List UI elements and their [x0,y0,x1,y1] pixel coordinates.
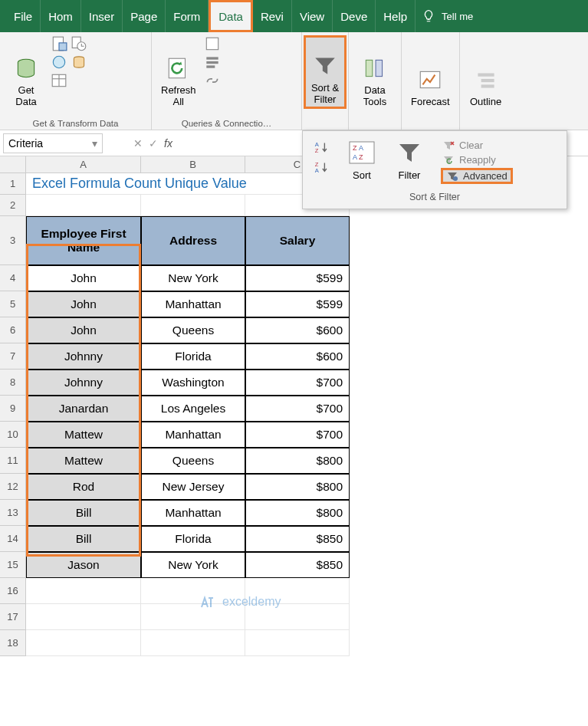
properties-icon[interactable] [204,54,221,71]
table-cell-address[interactable]: Washington [141,370,245,396]
cancel-icon[interactable]: ✕ [133,137,143,149]
get-data-button[interactable]: Get Data [5,35,48,109]
table-cell-address[interactable]: Florida [141,526,245,552]
row-header[interactable]: 11 [0,448,26,474]
select-all-corner[interactable] [0,156,26,173]
row-header[interactable]: 2 [0,195,26,216]
table-cell-salary[interactable]: $700 [245,370,350,396]
table-cell-address[interactable]: Manhattan [141,500,245,526]
from-text-icon[interactable] [51,35,67,52]
row-header[interactable]: 7 [0,343,26,370]
recent-sources-icon[interactable] [71,35,87,52]
table-cell-address[interactable]: New Jersey [141,474,245,500]
tab-data[interactable]: Data [209,0,253,32]
row-header[interactable]: 9 [0,396,26,422]
sort-filter-button[interactable]: Sort & Filter [304,35,347,109]
row-header[interactable]: 8 [0,370,26,396]
row-header[interactable]: 17 [0,604,26,630]
table-cell-salary[interactable]: $600 [245,343,350,370]
existing-connections-icon[interactable] [71,54,87,71]
table-cell-salary[interactable]: $599 [245,265,350,291]
table-cell-salary[interactable]: $599 [245,291,350,317]
row-header[interactable]: 12 [0,474,26,500]
data-tools-button[interactable]: Data Tools [353,35,396,109]
forecast-button[interactable]: Forecast [406,35,455,109]
table-cell-name[interactable]: John [26,317,141,343]
tab-help[interactable]: Help [376,0,416,32]
tab-review[interactable]: Revi [253,0,292,32]
tell-me[interactable]: Tell me [422,9,473,23]
cell[interactable] [26,604,141,630]
table-cell-address[interactable]: Manhattan [141,422,245,448]
table-cell-name[interactable]: John [26,265,141,291]
cell[interactable] [141,630,245,656]
table-cell-salary[interactable]: $800 [245,448,350,474]
tab-home[interactable]: Hom [41,0,81,32]
table-cell-address[interactable]: New York [141,265,245,291]
outline-button[interactable]: Outline [465,35,508,109]
table-cell-address[interactable]: Queens [141,448,245,474]
fx-icon[interactable]: fx [164,137,172,149]
table-cell-name[interactable]: Johnny [26,370,141,396]
table-cell-name[interactable]: John [26,291,141,317]
enter-icon[interactable]: ✓ [149,137,158,149]
table-cell-name[interactable]: Jason [26,552,141,578]
tab-page[interactable]: Page [123,0,166,32]
table-cell-salary[interactable]: $700 [245,422,350,448]
table-cell-address[interactable]: Los Angeles [141,396,245,422]
row-header[interactable]: 6 [0,317,26,343]
advanced-button[interactable]: Advanced [441,168,513,184]
table-cell-salary[interactable]: $700 [245,396,350,422]
table-cell-name[interactable]: Bill [26,526,141,552]
table-cell-address[interactable]: Queens [141,317,245,343]
name-box[interactable]: Criteria ▾ [3,133,103,153]
edit-links-icon[interactable] [204,72,221,89]
reapply-button[interactable]: Reapply [441,153,513,166]
cell[interactable] [26,630,141,656]
table-cell-name[interactable]: Rod [26,474,141,500]
table-cell-salary[interactable]: $800 [245,500,350,526]
cell[interactable] [245,630,350,656]
table-cell-name[interactable]: Bill [26,500,141,526]
table-cell-name[interactable]: Mattew [26,448,141,474]
col-header-a[interactable]: A [26,156,141,173]
cell[interactable] [141,195,245,216]
clear-button[interactable]: Clear [441,139,513,152]
cell[interactable] [26,195,141,216]
table-cell-address[interactable]: New York [141,552,245,578]
row-header[interactable]: 4 [0,265,26,291]
row-header[interactable]: 10 [0,422,26,448]
queries-icon[interactable] [204,35,221,52]
row-header[interactable]: 16 [0,578,26,604]
row-header[interactable]: 3 [0,216,26,265]
table-cell-salary[interactable]: $850 [245,526,350,552]
row-header[interactable]: 15 [0,552,26,578]
tab-formulas[interactable]: Form [166,0,209,32]
tab-view[interactable]: View [292,0,333,32]
tab-insert[interactable]: Inser [81,0,123,32]
sort-za-icon[interactable]: ZA [314,159,330,176]
filter-button[interactable]: Filter [393,139,425,181]
tab-developer[interactable]: Deve [333,0,376,32]
table-cell-name[interactable]: Mattew [26,422,141,448]
sort-az-icon[interactable]: AZ [314,139,330,156]
table-cell-name[interactable]: Johnny [26,343,141,370]
table-cell-salary[interactable]: $800 [245,474,350,500]
col-header-b[interactable]: B [141,156,245,173]
sort-button[interactable]: ZAAZ Sort [346,139,378,181]
table-cell-address[interactable]: Manhattan [141,291,245,317]
table-cell-address[interactable]: Florida [141,343,245,370]
from-table-icon[interactable] [51,72,67,89]
row-header[interactable]: 1 [0,173,26,195]
from-web-icon[interactable] [51,54,67,71]
table-cell-salary[interactable]: $600 [245,317,350,343]
row-header[interactable]: 13 [0,500,26,526]
refresh-all-button[interactable]: Refresh All [156,35,201,109]
row-header[interactable]: 18 [0,630,26,656]
cell[interactable] [26,578,141,604]
table-cell-name[interactable]: Janardan [26,396,141,422]
row-header[interactable]: 14 [0,526,26,552]
tab-file[interactable]: File [6,0,41,32]
table-cell-salary[interactable]: $850 [245,552,350,578]
row-header[interactable]: 5 [0,291,26,317]
